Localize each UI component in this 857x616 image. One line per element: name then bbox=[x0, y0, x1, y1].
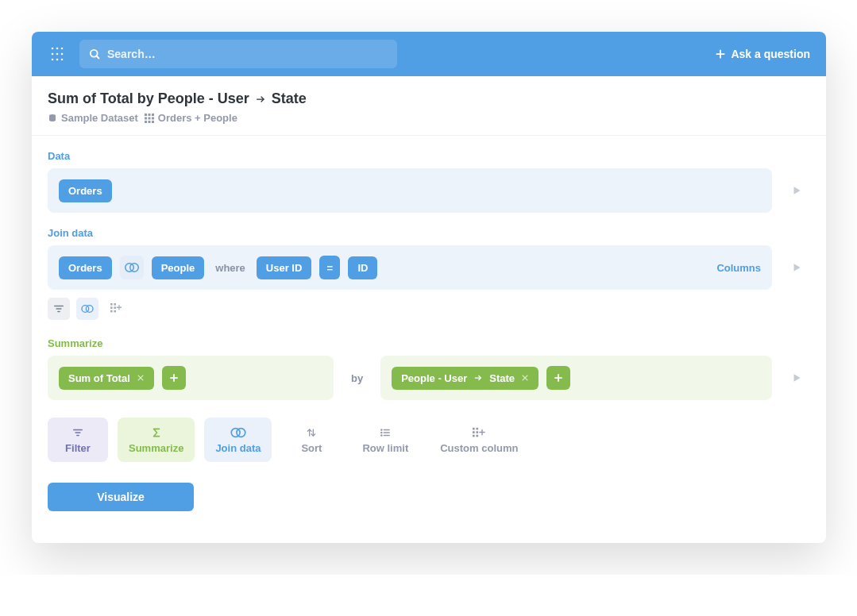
arrow-right-icon bbox=[473, 374, 483, 382]
svg-rect-37 bbox=[110, 310, 113, 313]
columns-link[interactable]: Columns bbox=[716, 262, 761, 274]
svg-rect-36 bbox=[114, 306, 116, 309]
svg-rect-20 bbox=[152, 117, 154, 119]
svg-marker-27 bbox=[794, 264, 801, 271]
join-right-table-chip[interactable]: People bbox=[152, 256, 205, 279]
data-section-label: Data bbox=[48, 150, 810, 162]
join-icon bbox=[230, 426, 246, 439]
search-icon bbox=[89, 48, 101, 60]
svg-rect-67 bbox=[477, 431, 479, 433]
svg-point-0 bbox=[52, 48, 54, 50]
ask-question-label: Ask a question bbox=[731, 48, 810, 60]
data-panel: Orders bbox=[48, 168, 772, 213]
svg-marker-50 bbox=[794, 374, 801, 381]
aggregation-panel: Sum of Total bbox=[48, 356, 334, 400]
svg-point-3 bbox=[52, 53, 54, 56]
svg-rect-35 bbox=[110, 306, 113, 309]
svg-rect-64 bbox=[473, 427, 475, 429]
breakout-chip[interactable]: People - User State bbox=[392, 367, 539, 390]
custom-column-step-button[interactable] bbox=[105, 298, 127, 320]
join-panel: Orders People where User ID = ID bbox=[48, 245, 772, 290]
join-left-table-chip[interactable]: Orders bbox=[59, 256, 112, 279]
step-palette: Filter Summarize Join data bbox=[48, 418, 810, 462]
add-aggregation-button[interactable] bbox=[162, 366, 186, 390]
preview-summarize-button[interactable] bbox=[791, 372, 802, 384]
join-right-column-chip[interactable]: ID bbox=[348, 256, 377, 279]
arrow-right-icon bbox=[254, 94, 267, 104]
search-input[interactable] bbox=[107, 48, 388, 60]
svg-rect-66 bbox=[473, 431, 475, 433]
database-icon bbox=[48, 114, 57, 123]
join-step-actions bbox=[48, 298, 810, 320]
visualize-button[interactable]: Visualize bbox=[48, 483, 194, 511]
by-label: by bbox=[345, 372, 369, 384]
add-sort-step[interactable]: Sort bbox=[281, 418, 342, 462]
svg-marker-24 bbox=[794, 187, 801, 194]
add-breakout-button[interactable] bbox=[546, 366, 570, 390]
join-operator-chip[interactable]: = bbox=[319, 256, 340, 279]
join-left-column-chip[interactable]: User ID bbox=[257, 256, 312, 279]
app-window: Ask a question Sum of Total by People - … bbox=[32, 32, 826, 543]
svg-rect-38 bbox=[114, 310, 116, 313]
add-custom-column-step[interactable]: Custom column bbox=[429, 418, 529, 462]
remove-aggregation-icon[interactable] bbox=[137, 374, 145, 382]
svg-point-32 bbox=[86, 306, 93, 313]
svg-point-6 bbox=[52, 59, 54, 61]
preview-join-button[interactable] bbox=[791, 261, 802, 274]
svg-rect-68 bbox=[473, 434, 475, 437]
svg-point-8 bbox=[61, 59, 64, 61]
add-join-step[interactable]: Join data bbox=[204, 418, 272, 462]
svg-point-55 bbox=[237, 428, 245, 437]
svg-rect-65 bbox=[477, 427, 479, 429]
page-header: Sum of Total by People - User State bbox=[32, 76, 826, 136]
svg-point-60 bbox=[381, 432, 382, 433]
filter-step-button[interactable] bbox=[48, 298, 70, 320]
preview-data-button[interactable] bbox=[791, 184, 802, 197]
svg-rect-23 bbox=[152, 121, 154, 123]
svg-rect-69 bbox=[477, 434, 479, 437]
data-source-chip[interactable]: Orders bbox=[59, 179, 112, 202]
add-filter-step[interactable]: Filter bbox=[48, 418, 108, 462]
join-step-button[interactable] bbox=[76, 298, 98, 320]
svg-rect-21 bbox=[145, 121, 147, 123]
svg-rect-16 bbox=[148, 114, 150, 116]
breakout-panel: People - User State bbox=[380, 356, 772, 400]
ask-question-button[interactable]: Ask a question bbox=[715, 48, 810, 60]
svg-rect-22 bbox=[148, 121, 150, 123]
page-title: Sum of Total by People - User State bbox=[48, 90, 810, 107]
svg-point-62 bbox=[381, 434, 382, 435]
svg-point-4 bbox=[56, 53, 59, 56]
svg-point-7 bbox=[56, 59, 59, 61]
breadcrumb-table[interactable]: Orders + People bbox=[145, 112, 237, 124]
add-summarize-step[interactable]: Summarize bbox=[118, 418, 195, 462]
where-label: where bbox=[212, 262, 249, 274]
svg-point-2 bbox=[61, 48, 64, 50]
svg-rect-18 bbox=[145, 117, 147, 119]
svg-rect-33 bbox=[110, 303, 113, 306]
join-type-button[interactable] bbox=[120, 256, 144, 279]
aggregation-chip[interactable]: Sum of Total bbox=[59, 367, 154, 390]
content-area: Data Orders Join data Orders bbox=[32, 136, 826, 543]
sort-icon bbox=[306, 426, 317, 439]
svg-rect-19 bbox=[148, 117, 150, 119]
svg-point-1 bbox=[56, 48, 59, 50]
custom-column-icon bbox=[473, 426, 485, 439]
search-box[interactable] bbox=[79, 40, 397, 68]
add-row-limit-step[interactable]: Row limit bbox=[351, 418, 419, 462]
sigma-icon bbox=[151, 426, 162, 439]
breadcrumb: Sample Dataset Orders + People bbox=[48, 112, 810, 124]
remove-breakout-icon[interactable] bbox=[521, 374, 529, 382]
svg-point-5 bbox=[61, 53, 64, 56]
top-bar: Ask a question bbox=[32, 32, 826, 76]
breadcrumb-database[interactable]: Sample Dataset bbox=[48, 112, 138, 124]
list-icon bbox=[380, 426, 391, 439]
plus-icon bbox=[715, 48, 726, 60]
filter-icon bbox=[71, 426, 84, 439]
svg-line-10 bbox=[96, 56, 98, 58]
svg-rect-15 bbox=[145, 114, 147, 116]
table-icon bbox=[145, 114, 154, 123]
svg-point-58 bbox=[381, 429, 382, 429]
svg-rect-34 bbox=[114, 303, 116, 306]
summarize-section-label: Summarize bbox=[48, 337, 810, 349]
logo-icon[interactable] bbox=[48, 44, 67, 64]
